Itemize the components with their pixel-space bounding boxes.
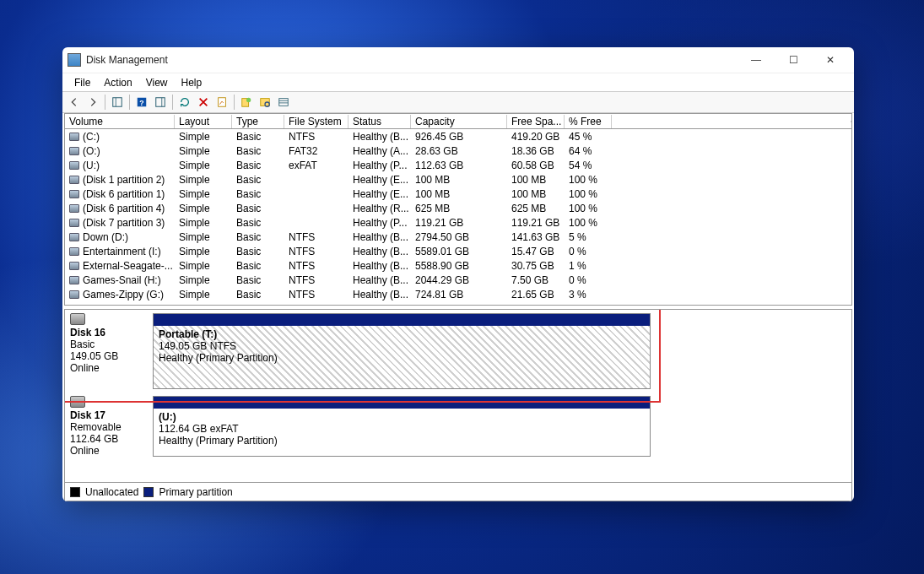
volume-name: (U:) — [83, 160, 100, 171]
show-hide-action-pane-icon[interactable] — [152, 94, 169, 111]
col-capacity[interactable]: Capacity — [411, 115, 507, 128]
volume-list[interactable]: Volume Layout Type File System Status Ca… — [64, 113, 852, 306]
cell-free: 18.36 GB — [507, 145, 565, 157]
volume-icon — [69, 247, 79, 256]
volume-name: Games-Zippy (G:) — [83, 289, 164, 301]
table-row[interactable]: (Disk 7 partition 3)SimpleBasicHealthy (… — [65, 215, 851, 230]
cell-fs: NTFS — [284, 274, 349, 286]
cell-free: 100 MB — [507, 188, 565, 200]
partition[interactable]: (U:) 112.64 GB exFAT Healthy (Primary Pa… — [153, 396, 651, 457]
disk-row[interactable]: Disk 16 Basic 149.05 GB Online Portable … — [65, 310, 851, 393]
properties-icon[interactable] — [213, 94, 230, 111]
cell-type: Basic — [232, 217, 284, 229]
table-row[interactable]: Entertainment (I:)SimpleBasicNTFSHealthy… — [65, 244, 851, 258]
cell-pct: 100 % — [565, 203, 612, 214]
col-volume[interactable]: Volume — [65, 115, 175, 128]
cell-layout: Simple — [175, 188, 232, 200]
cell-pct: 1 % — [565, 260, 612, 272]
cell-capacity: 119.21 GB — [411, 217, 507, 229]
cell-capacity: 5588.90 GB — [411, 260, 507, 272]
legend-primary: Primary partition — [159, 486, 232, 498]
cell-free: 419.20 GB — [507, 131, 565, 143]
menu-file[interactable]: File — [68, 75, 97, 90]
disk-row[interactable]: Disk 17 Removable 112.64 GB Online (U:) … — [65, 393, 851, 460]
back-button[interactable] — [66, 94, 83, 111]
table-row[interactable]: (C:)SimpleBasicNTFSHealthy (B...926.45 G… — [65, 129, 851, 144]
table-row[interactable]: Games-Snail (H:)SimpleBasicNTFSHealthy (… — [65, 273, 851, 287]
menu-help[interactable]: Help — [175, 75, 209, 90]
disk-info[interactable]: Disk 16 Basic 149.05 GB Online — [65, 310, 153, 393]
disk-size: 112.64 GB — [70, 433, 149, 445]
table-row[interactable]: (U:)SimpleBasicexFATHealthy (P...112.63 … — [65, 158, 851, 172]
disk-state: Online — [70, 362, 149, 374]
col-free[interactable]: Free Spa... — [507, 115, 565, 128]
toolbar: ? — [62, 91, 854, 113]
col-status[interactable]: Status — [349, 115, 411, 128]
settings-icon[interactable] — [238, 94, 255, 111]
menu-action[interactable]: Action — [97, 75, 138, 90]
volume-list-body[interactable]: (C:)SimpleBasicNTFSHealthy (B...926.45 G… — [65, 129, 851, 305]
volume-list-header[interactable]: Volume Layout Type File System Status Ca… — [65, 114, 851, 129]
help-icon[interactable]: ? — [133, 94, 150, 111]
partition[interactable]: Portable (T:) 149.05 GB NTFS Healthy (Pr… — [153, 313, 651, 389]
forward-button[interactable] — [84, 94, 101, 111]
cell-status: Healthy (P... — [349, 217, 411, 229]
minimize-button[interactable]: — — [738, 48, 775, 72]
partition-size: 149.05 GB NTFS — [159, 340, 645, 352]
volume-icon — [69, 233, 79, 241]
cell-layout: Simple — [175, 246, 232, 257]
close-button[interactable]: ✕ — [812, 48, 849, 72]
col-layout[interactable]: Layout — [175, 115, 232, 128]
disk-state: Online — [70, 445, 149, 457]
show-hide-console-tree-icon[interactable] — [109, 94, 126, 111]
col-pctfree[interactable]: % Free — [565, 115, 612, 128]
cell-type: Basic — [232, 188, 284, 200]
swatch-primary — [143, 487, 154, 497]
swatch-unallocated — [70, 487, 80, 497]
table-row[interactable]: (Disk 6 partition 4)SimpleBasicHealthy (… — [65, 201, 851, 215]
cell-capacity: 2794.50 GB — [411, 231, 507, 243]
cell-status: Healthy (R... — [349, 203, 411, 214]
titlebar[interactable]: Disk Management — ☐ ✕ — [62, 47, 854, 73]
cell-layout: Simple — [175, 203, 232, 214]
cell-type: Basic — [232, 289, 284, 301]
table-row[interactable]: Games-Zippy (G:)SimpleBasicNTFSHealthy (… — [65, 287, 851, 301]
cell-capacity: 28.63 GB — [411, 145, 507, 157]
graphical-view[interactable]: Disk 16 Basic 149.05 GB Online Portable … — [64, 309, 852, 483]
delete-icon[interactable] — [195, 94, 212, 111]
col-type[interactable]: Type — [232, 115, 284, 128]
disk-info[interactable]: Disk 17 Removable 112.64 GB Online — [65, 393, 153, 460]
cell-status: Healthy (B... — [349, 260, 411, 272]
table-row[interactable]: (Disk 1 partition 2)SimpleBasicHealthy (… — [65, 172, 851, 187]
disk-label: Disk 16 — [70, 327, 149, 338]
table-row[interactable]: (O:)SimpleBasicFAT32Healthy (A...28.63 G… — [65, 144, 851, 158]
cell-status: Healthy (P... — [349, 160, 411, 171]
volume-name: (C:) — [83, 131, 100, 143]
svg-rect-6 — [219, 98, 226, 107]
volume-icon — [69, 262, 79, 270]
disk-label: Disk 17 — [70, 409, 149, 421]
volume-icon — [69, 147, 79, 155]
table-row[interactable]: External-Seagate-...SimpleBasicNTFSHealt… — [65, 258, 851, 273]
cell-status: Healthy (B... — [349, 246, 411, 257]
col-filesystem[interactable]: File System — [284, 115, 349, 128]
cell-layout: Simple — [175, 160, 232, 171]
volume-icon — [69, 219, 79, 227]
maximize-button[interactable]: ☐ — [775, 48, 812, 72]
cell-type: Basic — [232, 160, 284, 171]
cell-status: Healthy (E... — [349, 188, 411, 200]
cell-layout: Simple — [175, 217, 232, 229]
explore-icon[interactable] — [257, 94, 273, 111]
cell-pct: 64 % — [565, 145, 612, 157]
table-row[interactable]: Down (D:)SimpleBasicNTFSHealthy (B...279… — [65, 230, 851, 244]
cell-type: Basic — [232, 145, 284, 157]
volume-name: (Disk 1 partition 2) — [83, 174, 165, 186]
volume-icon — [69, 204, 79, 213]
list-view-icon[interactable] — [275, 94, 292, 111]
refresh-icon[interactable] — [176, 94, 193, 111]
disk-management-window: Disk Management — ☐ ✕ File Action View H… — [62, 47, 854, 501]
table-row[interactable]: (Disk 6 partition 1)SimpleBasicHealthy (… — [65, 187, 851, 201]
menu-view[interactable]: View — [139, 75, 175, 90]
cell-capacity: 724.81 GB — [411, 289, 507, 301]
cell-pct: 3 % — [565, 289, 612, 301]
